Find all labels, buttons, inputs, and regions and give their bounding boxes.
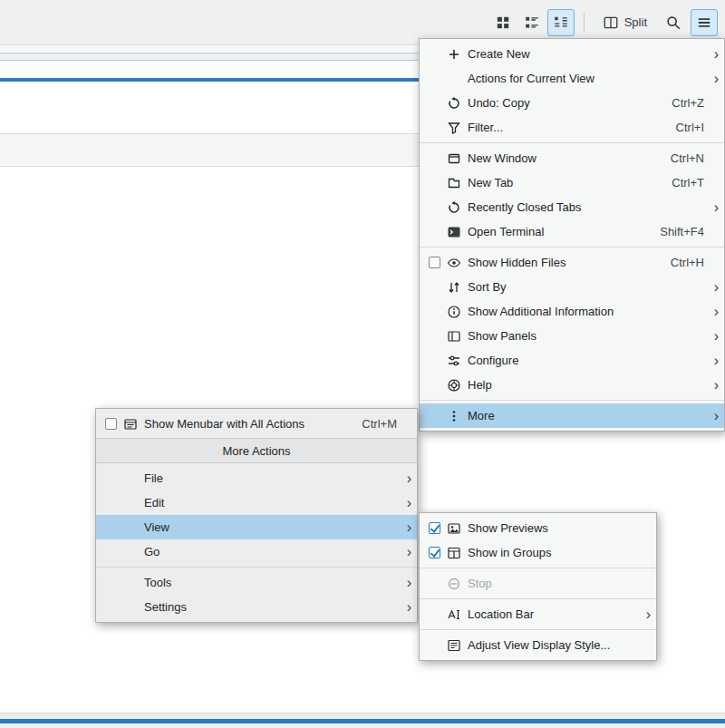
menu-item-label: Show Previews bbox=[464, 521, 548, 535]
menu-separator bbox=[420, 629, 656, 630]
menu-separator bbox=[420, 598, 656, 599]
menu-item-go[interactable]: Go› bbox=[96, 539, 417, 564]
stop-icon bbox=[444, 577, 464, 591]
shortcut-label: Ctrl+I bbox=[658, 121, 704, 134]
shortcut-label: Shift+F4 bbox=[642, 225, 704, 238]
menu-item-actions-for-current-view[interactable]: Actions for Current View› bbox=[420, 66, 724, 91]
menu-item-edit[interactable]: Edit› bbox=[96, 490, 417, 515]
menu-item-filter[interactable]: Filter...Ctrl+I bbox=[420, 115, 724, 140]
hamburger-menu-button[interactable] bbox=[691, 9, 718, 36]
window-bottom-edge bbox=[0, 723, 725, 728]
status-bar-strip bbox=[0, 713, 725, 719]
compact-view-icon bbox=[553, 15, 569, 31]
menu-item-label: Stop bbox=[464, 577, 492, 590]
checkbox-unchecked-icon bbox=[105, 418, 117, 430]
menu-item-stop: Stop bbox=[420, 571, 656, 596]
menu-item-undo-copy[interactable]: Undo: CopyCtrl+Z bbox=[420, 91, 724, 115]
menu-item-open-terminal[interactable]: Open TerminalShift+F4 bbox=[420, 219, 724, 244]
filter-icon bbox=[444, 121, 464, 135]
menu-item-create-new[interactable]: Create New› bbox=[420, 42, 724, 66]
menu-item-sort-by[interactable]: Sort By› bbox=[420, 275, 724, 299]
submenu-arrow-icon: › bbox=[704, 200, 719, 215]
submenu-arrow-icon: › bbox=[704, 305, 719, 319]
details-view-button[interactable] bbox=[518, 9, 546, 36]
submenu-arrow-icon: › bbox=[704, 72, 719, 86]
menu-item-label: Edit bbox=[140, 496, 164, 510]
menu-item-more[interactable]: More› bbox=[420, 403, 724, 428]
menu-separator bbox=[420, 400, 724, 401]
menu-item-label: Go bbox=[140, 545, 160, 558]
split-button-label: Split bbox=[624, 15, 647, 29]
menu-item-label: Show Additional Information bbox=[464, 305, 614, 318]
undo-icon bbox=[444, 96, 464, 111]
submenu-arrow-icon: › bbox=[636, 607, 651, 622]
submenu-arrow-icon: › bbox=[397, 600, 411, 615]
view-submenu: Show PreviewsShow in GroupsStopLocation … bbox=[419, 512, 657, 661]
checkbox-checked-icon bbox=[429, 547, 440, 558]
toolbar-separator bbox=[584, 13, 585, 33]
menu-item-show-panels[interactable]: Show Panels› bbox=[420, 324, 724, 348]
menu-item-location-bar[interactable]: Location Bar› bbox=[420, 602, 656, 626]
submenu-arrow-icon: › bbox=[704, 329, 719, 344]
menu-section-title: More Actions bbox=[96, 438, 417, 463]
menu-item-new-window[interactable]: New WindowCtrl+N bbox=[420, 146, 724, 170]
menu-item-label: File bbox=[140, 471, 163, 485]
submenu-arrow-icon: › bbox=[397, 520, 411, 535]
submenu-arrow-icon: › bbox=[397, 545, 411, 559]
menu-item-configure[interactable]: Configure› bbox=[420, 348, 724, 373]
menu-item-label: Show Panels bbox=[464, 329, 536, 343]
view-mode-buttons bbox=[489, 9, 575, 36]
terminal-icon bbox=[444, 225, 464, 239]
menu-item-recently-closed-tabs[interactable]: Recently Closed Tabs› bbox=[420, 195, 724, 219]
submenu-arrow-icon: › bbox=[397, 576, 411, 590]
new-window-icon bbox=[444, 151, 464, 166]
menu-item-label: View bbox=[140, 520, 169, 534]
menu-item-view[interactable]: View› bbox=[96, 515, 417, 539]
search-icon bbox=[665, 15, 682, 31]
menu-item-show-in-groups[interactable]: Show in Groups bbox=[420, 540, 656, 565]
compact-view-button[interactable] bbox=[547, 9, 575, 36]
check-column bbox=[424, 547, 444, 558]
menu-item-label: Location Bar bbox=[464, 607, 534, 621]
menu-item-file[interactable]: File› bbox=[96, 466, 417, 490]
icons-view-icon bbox=[495, 15, 511, 31]
check-column bbox=[424, 522, 444, 534]
menubar-icon bbox=[121, 417, 140, 432]
info-icon bbox=[444, 305, 464, 319]
menu-item-adjust-view-display-style[interactable]: Adjust View Display Style... bbox=[420, 633, 656, 657]
icons-view-button[interactable] bbox=[489, 9, 517, 36]
checkbox-unchecked-icon bbox=[429, 257, 440, 268]
search-button[interactable] bbox=[660, 9, 687, 36]
menu-item-label: Open Terminal bbox=[464, 225, 544, 238]
help-icon bbox=[444, 378, 464, 393]
menu-item-show-menubar-with-all-actions[interactable]: Show Menubar with All ActionsCtrl+M bbox=[96, 412, 417, 436]
menu-item-help[interactable]: Help› bbox=[420, 373, 724, 397]
menu-separator bbox=[420, 142, 724, 143]
submenu-arrow-icon: › bbox=[704, 378, 719, 393]
menu-item-show-additional-information[interactable]: Show Additional Information› bbox=[420, 299, 724, 324]
check-column bbox=[424, 257, 444, 268]
submenu-arrow-icon: › bbox=[704, 409, 719, 423]
menu-item-label: Settings bbox=[140, 600, 187, 614]
image-icon bbox=[444, 521, 464, 536]
menu-item-show-hidden-files[interactable]: Show Hidden FilesCtrl+H bbox=[420, 250, 724, 275]
groups-icon bbox=[444, 546, 464, 560]
submenu-arrow-icon: › bbox=[397, 471, 411, 486]
menu-item-label: New Window bbox=[464, 151, 536, 165]
more-icon bbox=[444, 409, 464, 423]
hamburger-menu: Create New›Actions for Current View›Undo… bbox=[419, 38, 725, 432]
submenu-arrow-icon: › bbox=[704, 280, 719, 295]
menu-item-label: Show in Groups bbox=[464, 546, 552, 559]
location-bar-icon bbox=[444, 607, 464, 622]
menu-item-tools[interactable]: Tools› bbox=[96, 570, 417, 595]
menu-item-label: Undo: Copy bbox=[464, 96, 530, 110]
split-button[interactable]: Split bbox=[594, 9, 656, 36]
menu-item-settings[interactable]: Settings› bbox=[96, 595, 417, 619]
menu-item-label: Tools bbox=[140, 576, 171, 589]
plus-icon bbox=[444, 47, 464, 62]
menu-item-show-previews[interactable]: Show Previews bbox=[420, 516, 656, 540]
hamburger-icon bbox=[696, 15, 712, 31]
menu-item-new-tab[interactable]: New TabCtrl+T bbox=[420, 170, 724, 195]
menu-item-label: Help bbox=[464, 378, 492, 392]
shortcut-label: Ctrl+Z bbox=[653, 96, 704, 110]
